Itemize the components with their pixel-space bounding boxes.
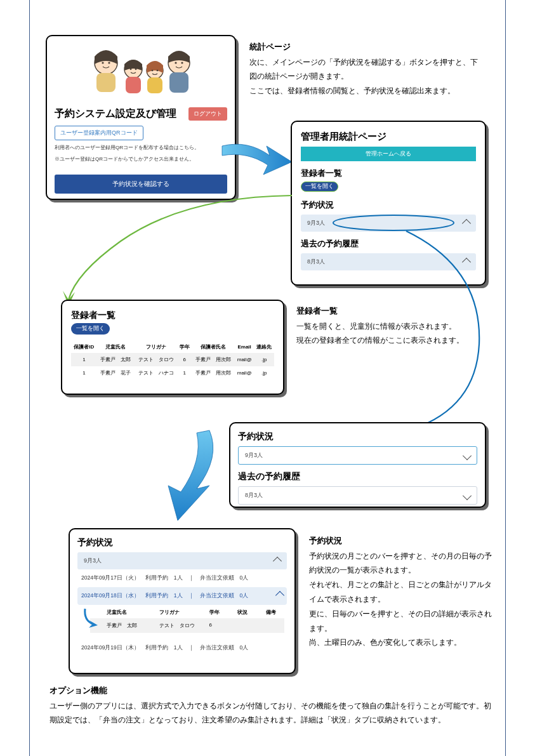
arrow-down-icon bbox=[146, 425, 235, 533]
section-reservations-paragraph-3: 更に、日毎のバーを押すと、その日の詳細が表示されます。 bbox=[309, 607, 493, 636]
app-title: 予約システム設定及び管理 bbox=[55, 107, 176, 121]
section-reservations-paragraph-4: 尚、土曜日のみ、色が変化して表示します。 bbox=[309, 635, 493, 650]
section-reservations-paragraph-2: それぞれ、月ごとの集計と、日ごとの集計がリアルタイムで表示されます。 bbox=[309, 578, 493, 607]
col-email: Email bbox=[235, 341, 254, 353]
table-row: 1手素戸 花子テスト ハナコ1手素戸 用次郎mail@.jp bbox=[71, 366, 274, 380]
logout-button[interactable]: ログアウト bbox=[188, 107, 227, 121]
svg-rect-7 bbox=[169, 72, 188, 93]
chevron-up-icon bbox=[273, 556, 282, 565]
svg-point-8 bbox=[102, 62, 103, 63]
section-registrants-heading: 登録者一覧 bbox=[296, 303, 468, 319]
option-section: オプション機能 ユーザー側のアプリには、選択方式で入力できるボタンが付随しており… bbox=[50, 683, 494, 727]
svg-rect-5 bbox=[126, 77, 141, 93]
stats-page-title: 管理者用統計ページ bbox=[301, 131, 476, 143]
svg-point-14 bbox=[175, 62, 176, 63]
back-to-home-button[interactable]: 管理ホームへ戻る bbox=[301, 147, 476, 161]
qr-code-button[interactable]: ユーザー登録案内用QRコード bbox=[55, 126, 143, 140]
section-reservations-desc: 予約状況 予約状況の月ごとのバーを押すと、その月の日毎の予約状況の一覧が表示され… bbox=[309, 533, 493, 650]
registrants-title: 登録者一覧 bbox=[71, 310, 274, 321]
reservations-title: 予約状況 bbox=[77, 537, 287, 548]
month-bar-sept[interactable]: 9月3人 bbox=[238, 446, 477, 465]
col-grade: 学年 bbox=[177, 341, 192, 353]
open-list-button-highlighted[interactable]: 一覧を開く bbox=[301, 182, 338, 192]
open-list-button[interactable]: 一覧を開く bbox=[71, 323, 110, 335]
page-divider-left bbox=[29, 0, 30, 756]
reservations-preview-panel: 予約状況 9月3人 過去の予約履歴 8月3人 bbox=[229, 422, 486, 508]
main-page-panel: 予約システム設定及び管理 ログアウト ユーザー登録案内用QRコード 利用者へのユ… bbox=[46, 35, 236, 200]
arrow-green-icon bbox=[57, 190, 298, 311]
history-bar-label: 8月3人 bbox=[245, 491, 263, 500]
section-stats-paragraph-2: ここでは、登録者情報の閲覧と、予約状況を確認出来ます。 bbox=[249, 84, 484, 98]
day-row-label: 2024年09月18日（水） 利用予約 1人 ｜ 弁当注文依頼 0人 bbox=[81, 592, 248, 600]
month-bar-label: 9月3人 bbox=[245, 451, 263, 460]
reservations-detail-panel: 予約状況 9月3人 2024年09月17日（火） 利用予約 1人 ｜ 弁当注文依… bbox=[69, 528, 296, 674]
svg-point-11 bbox=[135, 69, 137, 70]
month-bar-label: 9月3人 bbox=[307, 219, 325, 227]
chevron-down-icon bbox=[463, 491, 472, 500]
registrants-table: 保護者ID 児童氏名 フリガナ 学年 保護者氏名 Email 連絡先 1手素戸 … bbox=[71, 341, 274, 380]
chevron-down-icon bbox=[463, 451, 472, 460]
arrow-icon bbox=[216, 133, 298, 190]
option-body: ユーザー側のアプリには、選択方式で入力できるボタンが付随しており、その機能を使っ… bbox=[50, 699, 494, 728]
svg-point-10 bbox=[130, 69, 132, 70]
section-reservations-heading: 予約状況 bbox=[309, 533, 493, 549]
section-registrants-desc: 登録者一覧 一覧を開くと、児童別に情報が表示されます。 現在の登録者全ての情報が… bbox=[296, 303, 468, 348]
option-heading: オプション機能 bbox=[50, 683, 494, 699]
svg-point-15 bbox=[181, 62, 183, 63]
day-row-selected[interactable]: 2024年09月18日（水） 利用予約 1人 ｜ 弁当注文依頼 0人 bbox=[77, 587, 287, 605]
history-bar-label: 8月3人 bbox=[307, 258, 325, 266]
reservations-heading: 予約状況 bbox=[301, 199, 476, 211]
svg-rect-4 bbox=[96, 73, 116, 92]
svg-point-9 bbox=[108, 62, 110, 63]
section-stats-paragraph-1: 次に、メインページの「予約状況を確認する」ボタンを押すと、下図の統計ページが開き… bbox=[249, 55, 484, 84]
svg-point-12 bbox=[152, 70, 154, 72]
col-child-name: 児童氏名 bbox=[97, 341, 135, 353]
detail-arrow-icon bbox=[81, 607, 100, 629]
col-grade: 学年 bbox=[209, 609, 228, 616]
col-guardian-name: 保護者氏名 bbox=[192, 341, 235, 353]
col-status: 状況 bbox=[237, 609, 256, 616]
month-bar-sept[interactable]: 9月3人 bbox=[77, 552, 287, 569]
detail-row: 手素戸 太郎 テスト タロウ 6 bbox=[90, 618, 284, 633]
day-row[interactable]: 2024年09月19日（木） 利用予約 1人 ｜ 弁当注文依頼 0人 bbox=[77, 639, 287, 657]
registrants-panel: 登録者一覧 一覧を開く 保護者ID 児童氏名 フリガナ 学年 保護者氏名 Ema… bbox=[61, 300, 284, 395]
section-reservations-paragraph-1: 予約状況の月ごとのバーを押すと、その月の日毎の予約状況の一覧が表示されます。 bbox=[309, 549, 493, 578]
section-registrants-paragraph-2: 現在の登録者全ての情報がここに表示されます。 bbox=[296, 333, 468, 348]
svg-point-13 bbox=[157, 70, 159, 72]
svg-point-16 bbox=[333, 215, 454, 230]
family-illustration bbox=[55, 44, 227, 101]
section-registrants-paragraph-1: 一覧を開くと、児童別に情報が表示されます。 bbox=[296, 319, 468, 334]
qr-note-2: ※ユーザー登録はQRコードからでしかアクセス出来ません。 bbox=[55, 156, 227, 163]
history-heading: 過去の予約履歴 bbox=[238, 471, 477, 482]
table-header-row: 保護者ID 児童氏名 フリガナ 学年 保護者氏名 Email 連絡先 bbox=[71, 341, 274, 353]
day-row[interactable]: 2024年09月17日（火） 利用予約 1人 ｜ 弁当注文依頼 0人 bbox=[77, 569, 287, 587]
chevron-up-icon bbox=[275, 591, 284, 600]
reservations-heading: 予約状況 bbox=[238, 431, 477, 442]
col-furigana: フリガナ bbox=[159, 609, 199, 616]
qr-note-1: 利用者へのユーザー登録用QRコードを配布する場合はこちら。 bbox=[55, 144, 227, 152]
day-detail: 児童氏名 フリガナ 学年 状況 備考 手素戸 太郎 テスト タロウ 6 bbox=[90, 609, 284, 633]
col-child-name: 児童氏名 bbox=[107, 609, 149, 616]
section-stats-heading: 統計ページ bbox=[249, 39, 484, 55]
col-furigana: フリガナ bbox=[135, 341, 178, 353]
page-divider-right bbox=[505, 0, 506, 756]
col-contact: 連絡先 bbox=[254, 341, 274, 353]
svg-rect-6 bbox=[147, 77, 162, 93]
history-bar-aug[interactable]: 8月3人 bbox=[238, 486, 477, 505]
registrants-heading: 登録者一覧 bbox=[301, 168, 476, 179]
table-row: 1手素戸 太郎テスト タロウ6手素戸 用次郎mail@.jp bbox=[71, 353, 274, 366]
col-guardian-id: 保護者ID bbox=[71, 341, 97, 353]
section-stats-desc: 統計ページ 次に、メインページの「予約状況を確認する」ボタンを押すと、下図の統計… bbox=[249, 39, 484, 98]
col-note: 備考 bbox=[266, 609, 284, 616]
month-bar-label: 9月3人 bbox=[84, 557, 102, 565]
